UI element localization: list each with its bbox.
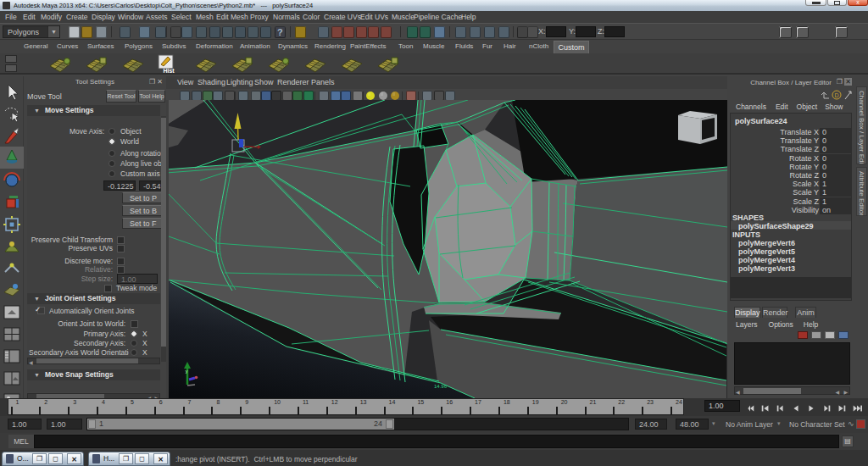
svg-text:Hist: Hist (163, 68, 175, 74)
svg-text:y: y (186, 369, 188, 374)
svg-text:14.96: 14.96 (434, 384, 448, 389)
svg-text:D: D (834, 92, 838, 98)
